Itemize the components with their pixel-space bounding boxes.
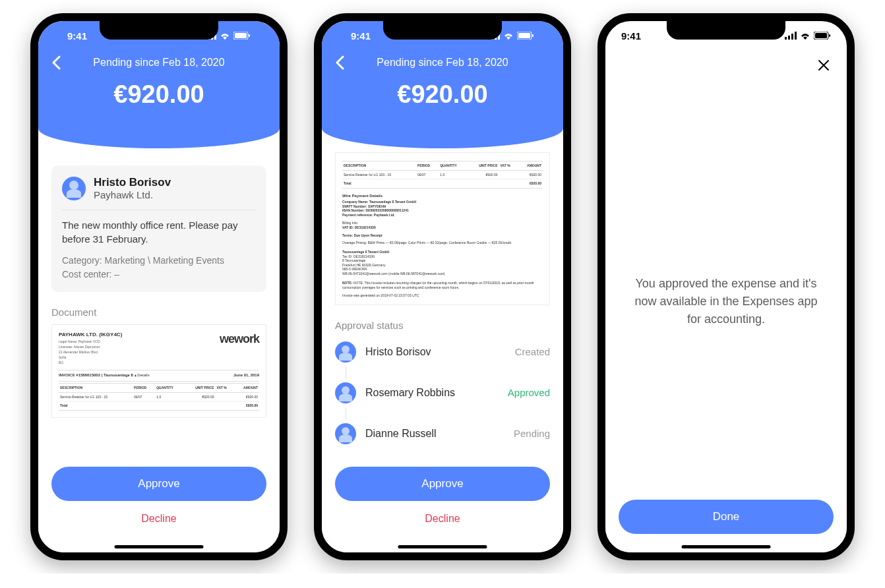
back-button[interactable] <box>51 55 61 70</box>
svg-rect-12 <box>518 33 530 38</box>
wire-title: Wire Payment Details <box>342 194 543 199</box>
col-vat: VAT % <box>216 384 234 393</box>
requester-name: Hristo Borisov <box>94 176 171 189</box>
action-bar: Approve Decline <box>322 459 563 552</box>
approval-row: Rosemary Robbins Approved <box>335 378 550 407</box>
decline-button[interactable]: Decline <box>51 504 266 534</box>
invoice-table: DESCRIPTION PERIOD QUANTITY UNIT PRICE V… <box>59 383 259 411</box>
invoice-legal-name: Legal Name: Payhawk OOD <box>59 339 122 343</box>
expense-amount: €920.00 <box>335 80 550 109</box>
invoice-address: 21 Alexander Malinov Blvd <box>59 350 122 354</box>
svg-rect-19 <box>815 33 827 38</box>
home-indicator[interactable] <box>115 545 204 548</box>
requester-company: Payhawk Ltd. <box>94 189 171 200</box>
phone-screen-expense-detail: 9:41 Pending since Feb 18, 2020 €920.00 … <box>30 13 288 560</box>
col-quantity: QUANTITY <box>155 384 184 393</box>
wifi-icon <box>220 32 230 40</box>
table-row: Service Retainer for LG 103 - 15 06/07 1… <box>59 392 259 401</box>
approval-connector <box>346 407 550 419</box>
invoice-document[interactable]: PAYHAWK LTD. (IKGY4C) Legal Name: Payhaw… <box>51 324 266 418</box>
requester-card: Hristo Borisov Payhawk Ltd. The new mont… <box>51 165 266 292</box>
home-indicator[interactable] <box>682 545 771 548</box>
invoice-details-toggle[interactable]: ▴ Details <box>135 373 150 377</box>
terms: Terms: Due Upon Receipt <box>342 233 543 238</box>
back-button[interactable] <box>335 55 344 70</box>
svg-rect-17 <box>795 32 797 40</box>
table-total-row: Total €920.00 <box>342 179 543 189</box>
invoice-city: Sofia <box>59 355 122 359</box>
signal-icon <box>785 32 797 40</box>
action-bar: Approve Decline <box>38 459 280 552</box>
svg-rect-20 <box>829 34 830 37</box>
billing-vat: VAT ID: DE319214336 <box>342 225 543 230</box>
table-total-row: Total €920.00 <box>59 401 259 411</box>
svg-rect-6 <box>249 34 250 37</box>
approval-section-label: Approval status <box>335 320 550 331</box>
phone-screen-confirmation: 9:41 You approved the expense and it's n… <box>597 13 855 560</box>
approver-name: Dianne Russell <box>365 428 504 440</box>
home-indicator[interactable] <box>398 545 487 548</box>
close-icon <box>818 59 830 71</box>
invoice-note: NOTE: NOTE: This invoice includes recurr… <box>342 281 543 289</box>
status-time: 9:41 <box>67 30 87 42</box>
svg-rect-15 <box>788 36 790 40</box>
expense-amount: €920.00 <box>51 80 266 109</box>
invoice-table: DESCRIPTION PERIOD QUANTITY UNIT PRICE V… <box>342 161 543 189</box>
decline-button[interactable]: Decline <box>335 504 550 534</box>
avatar-icon <box>335 382 356 403</box>
approver-status: Pending <box>514 428 550 439</box>
battery-icon <box>233 32 251 40</box>
status-indicators <box>785 32 831 40</box>
approve-button[interactable]: Approve <box>335 467 550 501</box>
svg-rect-16 <box>791 34 793 40</box>
action-bar: Done <box>605 492 847 552</box>
col-amount: AMOUNT <box>234 384 259 393</box>
document-section-label: Document <box>51 307 266 318</box>
battery-icon <box>814 32 831 40</box>
svg-rect-14 <box>785 37 787 40</box>
confirmation-message: You approved the expense and it's now av… <box>629 275 823 328</box>
avatar-icon <box>335 341 356 363</box>
expense-costcenter: Cost center: – <box>62 268 256 281</box>
expense-header: 9:41 Pending since Feb 18, 2020 €920.00 <box>38 21 280 148</box>
approver-name: Hristo Borisov <box>365 346 506 358</box>
avatar-icon <box>62 177 86 200</box>
wework-logo: wework <box>220 332 259 347</box>
col-period: PERIOD <box>133 384 155 393</box>
invoice-generated: Invoice was generated on 2019-07-02 23:5… <box>342 293 543 298</box>
device-notch <box>667 21 785 40</box>
expense-note: The new monthly office rent. Please pay … <box>62 218 256 246</box>
device-notch <box>100 21 218 40</box>
status-time: 9:41 <box>351 30 371 42</box>
approval-list: Hristo Borisov Created Rosemary Robbins … <box>335 338 550 448</box>
avatar-icon <box>335 423 356 444</box>
wifi-icon <box>800 32 810 40</box>
confirmation-body: You approved the expense and it's now av… <box>605 50 847 552</box>
phone-screen-approval-status: 9:41 Pending since Feb 18, 2020 €920.00 … <box>314 13 571 560</box>
tenant-email: W8-06-5471041@wework.com (mobile W8-06-5… <box>342 272 543 276</box>
invoice-company: PAYHAWK LTD. (IKGY4C) <box>59 332 122 338</box>
overage: Overage Pricing: B&W Prints — €0.06/page… <box>342 241 543 245</box>
approver-status: Created <box>515 346 550 357</box>
invoice-licensee: Licensee: Atanas Zapryanov <box>59 345 122 349</box>
expense-header: 9:41 Pending since Feb 18, 2020 €920.00 <box>322 21 563 148</box>
invoice-country: BG <box>59 361 122 365</box>
approve-button[interactable]: Approve <box>51 467 266 501</box>
close-button[interactable] <box>814 55 834 77</box>
col-unitprice: UNIT PRICE <box>184 384 216 393</box>
invoice-date: June 01, 2019 <box>233 373 259 378</box>
wire-ref: Payment reference: Payhawk Ltd. <box>342 213 543 218</box>
done-button[interactable]: Done <box>619 500 834 534</box>
header-title: Pending since Feb 18, 2020 <box>344 57 541 69</box>
svg-rect-13 <box>532 34 534 37</box>
status-time: 9:41 <box>621 30 641 42</box>
device-notch <box>383 21 502 40</box>
expense-category: Category: Marketing \ Marketing Events <box>62 254 256 268</box>
col-description: DESCRIPTION <box>59 384 133 393</box>
wifi-icon <box>503 32 514 40</box>
battery-icon <box>517 32 534 40</box>
approval-row: Dianne Russell Pending <box>335 419 550 448</box>
invoice-number: INVOICE #1586015002 | Taunusanlage 8 <box>59 373 133 377</box>
svg-rect-5 <box>235 33 247 38</box>
invoice-document[interactable]: DESCRIPTION PERIOD QUANTITY UNIT PRICE V… <box>335 152 550 305</box>
